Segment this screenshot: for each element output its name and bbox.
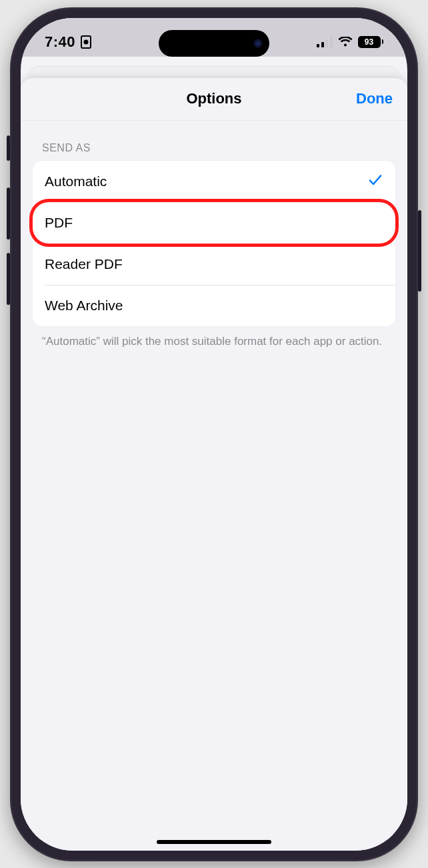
volume-up-button[interactable] — [7, 187, 10, 240]
dynamic-island — [159, 30, 269, 57]
list-item-label: PDF — [45, 215, 73, 231]
format-list: Automatic PDF Reader PDF Web Archive — [33, 161, 395, 326]
battery-level: 93 — [365, 37, 373, 47]
orientation-lock-icon — [81, 35, 91, 49]
screen: 7:40 93 Options Done — [21, 18, 407, 851]
list-item-label: Web Archive — [45, 298, 123, 314]
list-item-automatic[interactable]: Automatic — [33, 161, 395, 202]
done-button[interactable]: Done — [356, 90, 393, 107]
list-item-pdf[interactable]: PDF — [33, 202, 395, 244]
battery-icon: 93 — [358, 36, 384, 48]
wifi-icon — [338, 37, 353, 47]
power-button[interactable] — [418, 210, 421, 292]
home-indicator[interactable] — [157, 840, 271, 844]
send-as-section: SEND AS Automatic PDF Reader PDF — [21, 121, 407, 350]
volume-down-button[interactable] — [7, 253, 10, 305]
silence-switch[interactable] — [7, 135, 10, 161]
section-footer: “Automatic” will pick the most suitable … — [33, 326, 395, 350]
sheet-navbar: Options Done — [21, 78, 407, 121]
status-time: 7:40 — [45, 33, 75, 51]
cellular-signal-icon — [317, 37, 333, 47]
options-sheet: Options Done SEND AS Automatic PDF — [21, 78, 407, 851]
sheet-title: Options — [186, 90, 241, 107]
phone-frame: 7:40 93 Options Done — [10, 7, 418, 861]
list-item-web-archive[interactable]: Web Archive — [33, 285, 395, 326]
section-header: SEND AS — [33, 142, 395, 161]
list-item-label: Automatic — [45, 173, 107, 189]
list-item-reader-pdf[interactable]: Reader PDF — [33, 244, 395, 285]
checkmark-icon — [367, 172, 383, 191]
list-item-label: Reader PDF — [45, 256, 123, 272]
